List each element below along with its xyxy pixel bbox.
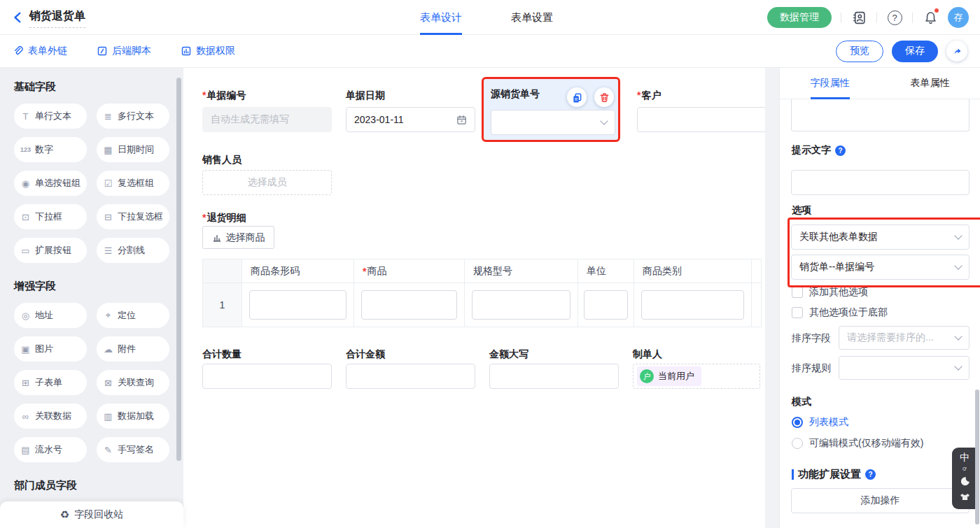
total-amount-input[interactable] xyxy=(346,364,475,389)
spec-input[interactable] xyxy=(472,290,570,320)
field-recycle-bin[interactable]: ♻ 字段回收站 xyxy=(0,501,183,528)
script-icon xyxy=(97,45,108,57)
sidebar-item-subform[interactable]: ⊞子表单 xyxy=(14,370,87,395)
tab-form-settings[interactable]: 表单设置 xyxy=(511,0,553,35)
extension-settings-label: 功能扩展设置 ? xyxy=(792,468,876,481)
app-header: 销货退货单 表单设计 表单设置 数据管理 ? 存 xyxy=(0,0,980,35)
tab-form-design[interactable]: 表单设计 xyxy=(420,0,462,35)
translate-toggle[interactable]: 中 xyxy=(960,452,969,462)
sidebar-item-serial-number[interactable]: ▤流水号 xyxy=(14,437,87,462)
sidebar-item-linked-data[interactable]: ∞关联数据 xyxy=(14,404,87,429)
sidebar-item-lookup-query[interactable]: ⊠关联查询 xyxy=(97,370,169,395)
header-tabs: 表单设计 表单设置 xyxy=(420,0,553,35)
sort-field-select[interactable]: 请选择需要排序的... xyxy=(839,326,969,350)
mode-list-radio[interactable]: 列表模式 xyxy=(792,416,848,429)
tab-form-properties[interactable]: 表单属性 xyxy=(880,68,980,99)
translate-sub-icon[interactable]: ơ xyxy=(962,466,967,471)
source-order-field-selected[interactable]: 源销货单号 xyxy=(482,77,620,142)
chevron-down-icon xyxy=(600,117,608,124)
sidebar-item-number[interactable]: 123数字 xyxy=(14,137,87,162)
salesperson-picker[interactable]: 选择成员 xyxy=(202,170,332,195)
notification-bell-icon[interactable] xyxy=(922,9,939,26)
sidebar-item-signature[interactable]: ✎手写签名 xyxy=(97,437,169,462)
salesperson-label: 销售人员 xyxy=(202,154,241,166)
preview-button[interactable]: 预览 xyxy=(836,41,883,62)
sidebar-item-address[interactable]: ◎地址 xyxy=(14,303,87,328)
help-badge-icon[interactable]: ? xyxy=(865,469,876,480)
sidebar-item-multi-select[interactable]: ⊟下拉复选框 xyxy=(97,204,169,229)
sidebar-item-label: 定位 xyxy=(118,309,136,322)
goods-input[interactable] xyxy=(361,290,457,320)
link-data-icon: ∞ xyxy=(20,411,31,422)
save-button[interactable]: 保存 xyxy=(892,41,938,62)
sort-rule-label: 排序规则 xyxy=(792,362,831,375)
order-date-input[interactable]: 2023-01-11 xyxy=(346,107,475,132)
sidebar-item-radio-group[interactable]: ◉单选按钮组 xyxy=(14,171,87,196)
sidebar-item-checkbox-group[interactable]: ☑复选框组 xyxy=(97,171,169,196)
sidebar-item-extend-button[interactable]: ▭扩展按钮 xyxy=(14,238,87,263)
sidebar-item-select[interactable]: ⊡下拉框 xyxy=(14,204,87,229)
option-source-select[interactable]: 关联其他表单数据 xyxy=(791,224,969,250)
table-row: 1 xyxy=(203,283,762,327)
amount-words-input[interactable] xyxy=(489,364,619,389)
sidebar-item-divider-line[interactable]: ☰分割线 xyxy=(97,238,169,263)
section-marker xyxy=(792,469,794,480)
copy-field-button[interactable] xyxy=(567,87,587,107)
backend-script-button[interactable]: 后端脚本 xyxy=(97,45,151,57)
help-icon[interactable]: ? xyxy=(886,9,903,26)
select-goods-button[interactable]: 选择商品 xyxy=(202,226,274,249)
select-placeholder: 请选择需要排序的... xyxy=(847,331,934,344)
source-order-select[interactable] xyxy=(491,110,615,135)
sidebar-item-data-load[interactable]: ▥数据加载 xyxy=(97,404,169,429)
sidebar-item-datetime[interactable]: ▦日期时间 xyxy=(97,137,169,162)
bar-chart-icon: ▥ xyxy=(103,411,113,422)
sidebar-item-label: 复选框组 xyxy=(118,177,154,190)
add-action-button[interactable]: 添加操作 xyxy=(791,488,969,513)
column-header: *商品 xyxy=(354,259,465,283)
sidebar-item-single-line-text[interactable]: T单行文本 xyxy=(14,104,87,129)
share-button[interactable] xyxy=(946,41,967,62)
sidebar-item-image[interactable]: ▣图片 xyxy=(14,336,87,362)
delete-field-button[interactable] xyxy=(594,87,614,107)
chevron-down-icon xyxy=(954,362,962,370)
data-manage-button[interactable]: 数据管理 xyxy=(767,7,832,28)
radio-unselected-icon xyxy=(792,438,803,449)
field-title-input-partial[interactable] xyxy=(791,99,969,131)
help-badge-icon[interactable]: ? xyxy=(835,145,846,156)
required-mark: * xyxy=(202,90,206,101)
add-other-option-checkbox[interactable]: 添加其他选项 xyxy=(792,286,868,299)
external-link-button[interactable]: 表单外链 xyxy=(13,45,67,57)
unit-input[interactable] xyxy=(584,290,628,320)
panel-scrollbar[interactable] xyxy=(975,390,979,525)
sidebar-scrollbar[interactable] xyxy=(176,78,181,461)
sidebar-item-multi-line-text[interactable]: ≣多行文本 xyxy=(97,104,169,129)
theme-tshirt-icon[interactable] xyxy=(958,492,972,504)
hint-text-input[interactable] xyxy=(791,170,969,195)
sidebar-item-label: 单行文本 xyxy=(35,110,71,122)
other-option-bottom-checkbox[interactable]: 其他选项位于底部 xyxy=(792,306,888,319)
sidebar-item-location[interactable]: ⌖定位 xyxy=(97,303,169,328)
section-title-enhanced: 增强字段 xyxy=(14,280,169,293)
tab-field-properties[interactable]: 字段属性 xyxy=(780,68,880,99)
customer-input[interactable] xyxy=(637,107,765,132)
placeholder-text: 选择成员 xyxy=(248,176,287,189)
avatar[interactable]: 存 xyxy=(948,7,969,28)
creator-field[interactable]: 户 当前用户 xyxy=(633,364,760,389)
back-button[interactable] xyxy=(11,10,25,24)
sidebar-item-label: 数字 xyxy=(35,143,53,156)
order-date-label: 单据日期 xyxy=(346,90,385,102)
data-permission-button[interactable]: 数据权限 xyxy=(181,45,235,57)
option-field-select[interactable]: 销货单--单据编号 xyxy=(791,255,969,280)
column-header-partial xyxy=(752,259,762,283)
total-qty-input[interactable] xyxy=(202,364,332,389)
dark-mode-moon-icon[interactable] xyxy=(958,476,971,488)
order-no-input[interactable]: 自动生成无需填写 xyxy=(202,107,332,132)
sidebar-item-attachment[interactable]: ☁附件 xyxy=(97,336,169,362)
category-input[interactable] xyxy=(641,290,744,320)
address-book-icon[interactable] xyxy=(850,9,867,26)
user-avatar-icon: 户 xyxy=(640,369,654,383)
toolbar-link-label: 后端脚本 xyxy=(112,45,151,57)
barcode-input[interactable] xyxy=(249,290,346,320)
mode-editable-radio[interactable]: 可编辑模式(仅移动端有效) xyxy=(792,437,923,450)
sort-rule-select[interactable] xyxy=(839,356,969,380)
